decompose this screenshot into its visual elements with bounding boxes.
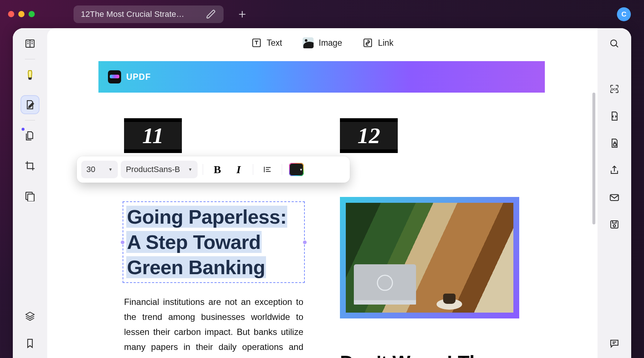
app-window: Text Image Link UPDF bbox=[13, 28, 631, 358]
share-button[interactable] bbox=[606, 161, 623, 179]
tool-label: Link bbox=[378, 38, 393, 48]
add-text-button[interactable]: Text bbox=[251, 38, 282, 48]
page: UPDF 11 Going Paperless: bbox=[98, 61, 545, 358]
section-number-card: 12 bbox=[340, 118, 398, 153]
right-sidebar: OCR bbox=[598, 28, 631, 358]
svg-text:OCR: OCR bbox=[611, 87, 618, 91]
edit-tab-icon[interactable] bbox=[206, 9, 216, 19]
chevron-down-icon: ▼ bbox=[188, 167, 192, 172]
image-frame[interactable] bbox=[340, 197, 519, 318]
toolbar-separator bbox=[282, 164, 282, 175]
italic-button[interactable]: I bbox=[229, 161, 248, 178]
right-column-title[interactable]: Don't Worry! The bbox=[340, 351, 519, 358]
save-button[interactable] bbox=[606, 216, 623, 233]
left-column: 11 Going Paperless: A Step Toward Green … bbox=[124, 118, 303, 358]
bookmark-button[interactable] bbox=[21, 335, 39, 352]
edit-toolbar: Text Image Link bbox=[47, 28, 598, 57]
font-family-value: ProductSans-B bbox=[126, 165, 180, 174]
resize-handle-left[interactable] bbox=[121, 240, 124, 244]
font-size-select[interactable]: 30 ▼ bbox=[81, 161, 118, 178]
chevron-down-icon: ▾ bbox=[300, 167, 302, 172]
user-avatar[interactable]: C bbox=[617, 7, 631, 21]
page-header-band: UPDF bbox=[98, 61, 545, 93]
svg-point-5 bbox=[611, 40, 617, 46]
layers-button[interactable] bbox=[21, 307, 39, 325]
maximize-window-button[interactable] bbox=[29, 11, 35, 17]
hero-image bbox=[346, 203, 513, 313]
add-link-button[interactable]: Link bbox=[363, 38, 393, 48]
section-number: 11 bbox=[142, 123, 164, 149]
annotate-button[interactable] bbox=[21, 66, 39, 83]
coffee-cup-icon bbox=[437, 299, 462, 310]
resize-handle-right[interactable] bbox=[303, 240, 307, 244]
minimize-window-button[interactable] bbox=[18, 11, 25, 17]
document-viewport[interactable]: UPDF 11 Going Paperless: bbox=[47, 57, 598, 358]
tab-title: 12The Most Crucial Strate… bbox=[81, 10, 201, 19]
section-number: 12 bbox=[357, 123, 380, 149]
avatar-initial: C bbox=[621, 10, 626, 18]
image-icon bbox=[303, 37, 314, 48]
crop-button[interactable] bbox=[21, 157, 39, 175]
heading-text[interactable]: Going Paperless: A Step Toward Green Ban… bbox=[126, 204, 301, 280]
body-paragraph[interactable]: Financial institutions are not an except… bbox=[124, 295, 303, 358]
toolbar-separator bbox=[203, 164, 203, 175]
ocr-button[interactable]: OCR bbox=[606, 80, 623, 98]
heading-line-1: Going Paperless: bbox=[126, 206, 287, 228]
edit-pdf-button[interactable] bbox=[21, 96, 39, 113]
svg-rect-2 bbox=[28, 194, 34, 201]
svg-rect-8 bbox=[610, 195, 619, 201]
reader-mode-button[interactable] bbox=[21, 35, 39, 52]
color-swatch-icon: ▾ bbox=[289, 163, 304, 176]
heading-line-3: Green Banking bbox=[126, 256, 266, 278]
italic-icon: I bbox=[236, 163, 241, 176]
bold-button[interactable]: B bbox=[208, 161, 226, 178]
convert-button[interactable] bbox=[606, 107, 623, 125]
content-area: Text Image Link UPDF bbox=[47, 28, 598, 358]
page-body: 11 Going Paperless: A Step Toward Green … bbox=[98, 93, 545, 358]
comments-panel-button[interactable] bbox=[606, 335, 623, 352]
sidebar-separator bbox=[25, 59, 35, 59]
align-button[interactable] bbox=[258, 161, 277, 178]
search-button[interactable] bbox=[606, 35, 623, 52]
font-size-value: 30 bbox=[86, 165, 95, 174]
protect-button[interactable] bbox=[606, 134, 623, 152]
laptop-icon bbox=[354, 264, 416, 305]
new-tab-button[interactable] bbox=[236, 8, 248, 20]
section-number-card: 11 bbox=[124, 118, 182, 153]
chevron-down-icon: ▼ bbox=[108, 167, 113, 172]
redact-button[interactable] bbox=[21, 187, 39, 205]
font-family-select[interactable]: ProductSans-B ▼ bbox=[121, 161, 198, 178]
svg-point-10 bbox=[613, 225, 615, 227]
selected-text-box[interactable]: Going Paperless: A Step Toward Green Ban… bbox=[124, 203, 303, 281]
tool-label: Text bbox=[267, 38, 282, 48]
brand-name: UPDF bbox=[126, 72, 151, 82]
bold-icon: B bbox=[214, 163, 221, 176]
active-indicator-dot bbox=[22, 128, 25, 131]
sidebar-separator bbox=[25, 120, 35, 120]
close-window-button[interactable] bbox=[8, 11, 14, 17]
right-column: 12 Don't Worry! The bbox=[340, 118, 519, 358]
window-controls bbox=[8, 11, 35, 17]
email-button[interactable] bbox=[606, 189, 623, 206]
toolbar-separator bbox=[253, 164, 253, 175]
align-left-icon bbox=[263, 165, 272, 174]
add-image-button[interactable]: Image bbox=[303, 37, 342, 48]
scrollbar-thumb[interactable] bbox=[592, 93, 595, 224]
document-tab[interactable]: 12The Most Crucial Strate… bbox=[74, 5, 224, 23]
tool-label: Image bbox=[319, 38, 342, 48]
heading-line-2: A Step Toward bbox=[126, 231, 262, 253]
svg-rect-7 bbox=[614, 143, 617, 146]
text-color-button[interactable]: ▾ bbox=[287, 161, 306, 178]
text-format-toolbar: 30 ▼ ProductSans-B ▼ B I ▾ bbox=[77, 156, 350, 183]
updf-logo-icon bbox=[108, 70, 121, 83]
left-sidebar bbox=[13, 28, 47, 358]
titlebar: 12The Most Crucial Strate… C bbox=[0, 0, 644, 28]
